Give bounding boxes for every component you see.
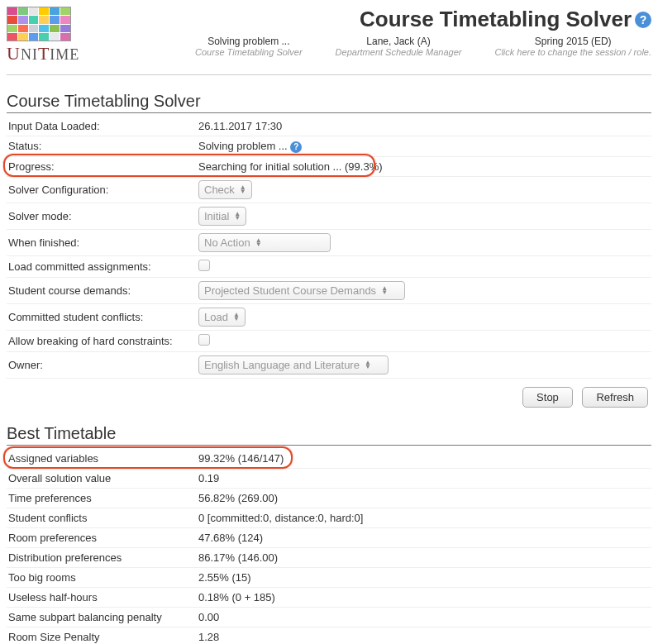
row-overall-value: Overall solution value 0.19 bbox=[7, 468, 651, 488]
row-student-conflicts: Student conflicts 0 [committed:0, distan… bbox=[7, 508, 651, 527]
row-room-size-penalty: Room Size Penalty 1.28 bbox=[7, 627, 651, 644]
row-assigned-variables: Assigned variables 99.32% (146/147) bbox=[7, 449, 651, 469]
row-progress: Progress: Searching for initial solution… bbox=[7, 156, 651, 176]
chevron-updown-icon: ▲▼ bbox=[234, 212, 241, 220]
refresh-button[interactable]: Refresh bbox=[582, 387, 648, 408]
student-course-demands-select[interactable]: Projected Student Course Demands ▲▼ bbox=[198, 281, 405, 300]
row-when-finished: When finished: No Action ▲▼ bbox=[7, 229, 651, 255]
row-too-big-rooms: Too big rooms 2.55% (15) bbox=[7, 567, 651, 587]
context-session[interactable]: Spring 2015 (ED) Click here to change th… bbox=[494, 36, 651, 57]
when-finished-select[interactable]: No Action ▲▼ bbox=[198, 233, 331, 252]
row-input-data-loaded: Input Data Loaded: 26.11.2017 17:30 bbox=[7, 117, 651, 136]
row-solver-configuration: Solver Configuration: Check ▲▼ bbox=[7, 176, 651, 203]
row-load-committed: Load committed assignments: bbox=[7, 255, 651, 277]
page-title: Course Timetabling Solver bbox=[360, 7, 632, 32]
allow-breaking-checkbox[interactable] bbox=[198, 334, 210, 346]
row-solver-mode: Solver mode: Initial ▲▼ bbox=[7, 203, 651, 229]
load-committed-checkbox[interactable] bbox=[198, 260, 210, 271]
context-user[interactable]: Lane, Jack (A) Department Schedule Manag… bbox=[336, 36, 462, 57]
logo[interactable]: UNITIME bbox=[7, 7, 79, 64]
row-useless-half-hours: Useless half-hours 0.18% (0 + 185) bbox=[7, 587, 651, 607]
committed-conflicts-select[interactable]: Load ▲▼ bbox=[198, 308, 246, 327]
row-committed-conflicts: Committed student conflicts: Load ▲▼ bbox=[7, 303, 651, 330]
row-subpart-penalty: Same subpart balancing penalty 0.00 bbox=[7, 607, 651, 627]
stop-button[interactable]: Stop bbox=[522, 387, 573, 408]
chevron-updown-icon: ▲▼ bbox=[381, 286, 388, 294]
solver-configuration-select[interactable]: Check ▲▼ bbox=[198, 180, 252, 199]
row-status: Status: Solving problem ... ? bbox=[7, 136, 651, 157]
chevron-updown-icon: ▲▼ bbox=[255, 238, 262, 246]
input-data-loaded-value: 26.11.2017 17:30 bbox=[197, 117, 651, 136]
progress-value: Searching for initial solution ... (99.3… bbox=[197, 156, 651, 176]
assigned-variables-value: 99.32% (146/147) bbox=[197, 449, 651, 469]
section-title-solver: Course Timetabling Solver bbox=[7, 92, 651, 113]
owner-select[interactable]: English Language and Literature ▲▼ bbox=[198, 355, 389, 374]
status-value: Solving problem ... bbox=[198, 140, 288, 152]
chevron-updown-icon: ▲▼ bbox=[365, 360, 371, 369]
row-student-course-demands: Student course demands: Projected Studen… bbox=[7, 277, 651, 303]
context-solving[interactable]: Solving problem ... Course Timetabling S… bbox=[195, 36, 303, 57]
section-title-best: Best Timetable bbox=[7, 424, 651, 446]
chevron-updown-icon: ▲▼ bbox=[240, 185, 246, 193]
row-owner: Owner: English Language and Literature ▲… bbox=[7, 351, 651, 378]
row-distribution-preferences: Distribution preferences 86.17% (146.00) bbox=[7, 547, 651, 567]
row-time-preferences: Time preferences 56.82% (269.00) bbox=[7, 488, 651, 508]
row-room-preferences: Room preferences 47.68% (124) bbox=[7, 527, 651, 547]
row-allow-breaking: Allow breaking of hard constraints: bbox=[7, 330, 651, 351]
logo-text: UNITIME bbox=[7, 43, 79, 64]
chevron-updown-icon: ▲▼ bbox=[233, 312, 240, 321]
status-help-icon[interactable]: ? bbox=[290, 141, 302, 153]
help-icon[interactable]: ? bbox=[635, 12, 651, 28]
solver-mode-select[interactable]: Initial ▲▼ bbox=[198, 207, 246, 226]
